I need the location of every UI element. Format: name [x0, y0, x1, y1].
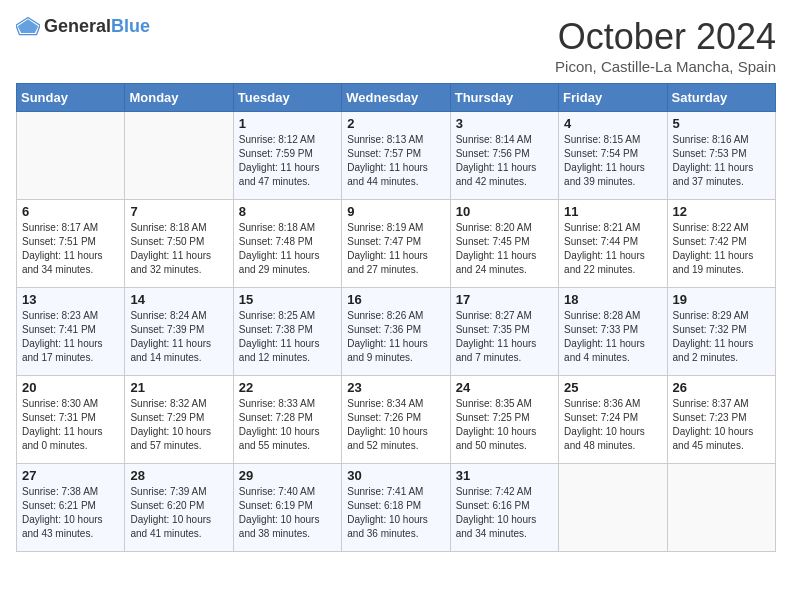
day-number: 12 — [673, 204, 770, 219]
day-number: 24 — [456, 380, 553, 395]
calendar-cell: 27Sunrise: 7:38 AM Sunset: 6:21 PM Dayli… — [17, 464, 125, 552]
day-info: Sunrise: 7:40 AM Sunset: 6:19 PM Dayligh… — [239, 485, 336, 541]
location-title: Picon, Castille-La Mancha, Spain — [555, 58, 776, 75]
header-cell-tuesday: Tuesday — [233, 84, 341, 112]
logo-blue: Blue — [111, 16, 150, 36]
calendar-cell: 19Sunrise: 8:29 AM Sunset: 7:32 PM Dayli… — [667, 288, 775, 376]
title-block: October 2024 Picon, Castille-La Mancha, … — [555, 16, 776, 75]
day-info: Sunrise: 7:39 AM Sunset: 6:20 PM Dayligh… — [130, 485, 227, 541]
day-info: Sunrise: 7:41 AM Sunset: 6:18 PM Dayligh… — [347, 485, 444, 541]
day-number: 1 — [239, 116, 336, 131]
day-info: Sunrise: 8:18 AM Sunset: 7:48 PM Dayligh… — [239, 221, 336, 277]
day-number: 27 — [22, 468, 119, 483]
calendar-cell: 18Sunrise: 8:28 AM Sunset: 7:33 PM Dayli… — [559, 288, 667, 376]
calendar-cell: 17Sunrise: 8:27 AM Sunset: 7:35 PM Dayli… — [450, 288, 558, 376]
day-number: 25 — [564, 380, 661, 395]
calendar-cell: 7Sunrise: 8:18 AM Sunset: 7:50 PM Daylig… — [125, 200, 233, 288]
header-cell-wednesday: Wednesday — [342, 84, 450, 112]
day-number: 8 — [239, 204, 336, 219]
month-title: October 2024 — [555, 16, 776, 58]
calendar-cell: 22Sunrise: 8:33 AM Sunset: 7:28 PM Dayli… — [233, 376, 341, 464]
calendar-cell: 28Sunrise: 7:39 AM Sunset: 6:20 PM Dayli… — [125, 464, 233, 552]
day-info: Sunrise: 8:19 AM Sunset: 7:47 PM Dayligh… — [347, 221, 444, 277]
calendar-cell — [559, 464, 667, 552]
calendar-table: SundayMondayTuesdayWednesdayThursdayFrid… — [16, 83, 776, 552]
calendar-cell: 23Sunrise: 8:34 AM Sunset: 7:26 PM Dayli… — [342, 376, 450, 464]
week-row-4: 20Sunrise: 8:30 AM Sunset: 7:31 PM Dayli… — [17, 376, 776, 464]
calendar-cell — [667, 464, 775, 552]
calendar-cell: 6Sunrise: 8:17 AM Sunset: 7:51 PM Daylig… — [17, 200, 125, 288]
day-info: Sunrise: 8:37 AM Sunset: 7:23 PM Dayligh… — [673, 397, 770, 453]
day-number: 11 — [564, 204, 661, 219]
week-row-5: 27Sunrise: 7:38 AM Sunset: 6:21 PM Dayli… — [17, 464, 776, 552]
calendar-cell: 24Sunrise: 8:35 AM Sunset: 7:25 PM Dayli… — [450, 376, 558, 464]
header-cell-thursday: Thursday — [450, 84, 558, 112]
week-row-2: 6Sunrise: 8:17 AM Sunset: 7:51 PM Daylig… — [17, 200, 776, 288]
header-cell-friday: Friday — [559, 84, 667, 112]
day-number: 15 — [239, 292, 336, 307]
day-info: Sunrise: 8:28 AM Sunset: 7:33 PM Dayligh… — [564, 309, 661, 365]
day-number: 30 — [347, 468, 444, 483]
day-number: 5 — [673, 116, 770, 131]
day-number: 6 — [22, 204, 119, 219]
day-info: Sunrise: 8:22 AM Sunset: 7:42 PM Dayligh… — [673, 221, 770, 277]
day-info: Sunrise: 8:13 AM Sunset: 7:57 PM Dayligh… — [347, 133, 444, 189]
calendar-cell: 25Sunrise: 8:36 AM Sunset: 7:24 PM Dayli… — [559, 376, 667, 464]
logo-text: GeneralBlue — [44, 16, 150, 37]
day-info: Sunrise: 8:15 AM Sunset: 7:54 PM Dayligh… — [564, 133, 661, 189]
calendar-cell: 20Sunrise: 8:30 AM Sunset: 7:31 PM Dayli… — [17, 376, 125, 464]
day-info: Sunrise: 8:12 AM Sunset: 7:59 PM Dayligh… — [239, 133, 336, 189]
calendar-cell: 2Sunrise: 8:13 AM Sunset: 7:57 PM Daylig… — [342, 112, 450, 200]
calendar-header: SundayMondayTuesdayWednesdayThursdayFrid… — [17, 84, 776, 112]
calendar-cell: 29Sunrise: 7:40 AM Sunset: 6:19 PM Dayli… — [233, 464, 341, 552]
day-number: 23 — [347, 380, 444, 395]
day-number: 22 — [239, 380, 336, 395]
day-info: Sunrise: 8:17 AM Sunset: 7:51 PM Dayligh… — [22, 221, 119, 277]
header-cell-saturday: Saturday — [667, 84, 775, 112]
day-number: 16 — [347, 292, 444, 307]
day-number: 3 — [456, 116, 553, 131]
day-info: Sunrise: 8:27 AM Sunset: 7:35 PM Dayligh… — [456, 309, 553, 365]
day-number: 21 — [130, 380, 227, 395]
day-info: Sunrise: 8:18 AM Sunset: 7:50 PM Dayligh… — [130, 221, 227, 277]
day-number: 2 — [347, 116, 444, 131]
day-number: 29 — [239, 468, 336, 483]
day-number: 31 — [456, 468, 553, 483]
day-info: Sunrise: 8:23 AM Sunset: 7:41 PM Dayligh… — [22, 309, 119, 365]
day-info: Sunrise: 8:25 AM Sunset: 7:38 PM Dayligh… — [239, 309, 336, 365]
day-info: Sunrise: 8:20 AM Sunset: 7:45 PM Dayligh… — [456, 221, 553, 277]
day-info: Sunrise: 8:34 AM Sunset: 7:26 PM Dayligh… — [347, 397, 444, 453]
day-number: 7 — [130, 204, 227, 219]
day-info: Sunrise: 8:24 AM Sunset: 7:39 PM Dayligh… — [130, 309, 227, 365]
day-info: Sunrise: 8:16 AM Sunset: 7:53 PM Dayligh… — [673, 133, 770, 189]
calendar-cell: 1Sunrise: 8:12 AM Sunset: 7:59 PM Daylig… — [233, 112, 341, 200]
page-header: GeneralBlue October 2024 Picon, Castille… — [16, 16, 776, 75]
day-number: 18 — [564, 292, 661, 307]
logo: GeneralBlue — [16, 16, 150, 37]
day-info: Sunrise: 8:29 AM Sunset: 7:32 PM Dayligh… — [673, 309, 770, 365]
calendar-cell: 5Sunrise: 8:16 AM Sunset: 7:53 PM Daylig… — [667, 112, 775, 200]
day-info: Sunrise: 8:35 AM Sunset: 7:25 PM Dayligh… — [456, 397, 553, 453]
calendar-cell — [17, 112, 125, 200]
day-info: Sunrise: 8:14 AM Sunset: 7:56 PM Dayligh… — [456, 133, 553, 189]
day-number: 14 — [130, 292, 227, 307]
day-info: Sunrise: 8:33 AM Sunset: 7:28 PM Dayligh… — [239, 397, 336, 453]
calendar-cell: 11Sunrise: 8:21 AM Sunset: 7:44 PM Dayli… — [559, 200, 667, 288]
day-number: 17 — [456, 292, 553, 307]
day-number: 26 — [673, 380, 770, 395]
calendar-cell: 15Sunrise: 8:25 AM Sunset: 7:38 PM Dayli… — [233, 288, 341, 376]
day-info: Sunrise: 7:42 AM Sunset: 6:16 PM Dayligh… — [456, 485, 553, 541]
day-info: Sunrise: 8:21 AM Sunset: 7:44 PM Dayligh… — [564, 221, 661, 277]
calendar-cell: 16Sunrise: 8:26 AM Sunset: 7:36 PM Dayli… — [342, 288, 450, 376]
day-info: Sunrise: 8:36 AM Sunset: 7:24 PM Dayligh… — [564, 397, 661, 453]
calendar-cell: 10Sunrise: 8:20 AM Sunset: 7:45 PM Dayli… — [450, 200, 558, 288]
day-info: Sunrise: 8:30 AM Sunset: 7:31 PM Dayligh… — [22, 397, 119, 453]
day-number: 13 — [22, 292, 119, 307]
calendar-cell — [125, 112, 233, 200]
calendar-cell: 8Sunrise: 8:18 AM Sunset: 7:48 PM Daylig… — [233, 200, 341, 288]
week-row-1: 1Sunrise: 8:12 AM Sunset: 7:59 PM Daylig… — [17, 112, 776, 200]
header-row: SundayMondayTuesdayWednesdayThursdayFrid… — [17, 84, 776, 112]
header-cell-sunday: Sunday — [17, 84, 125, 112]
calendar-cell: 12Sunrise: 8:22 AM Sunset: 7:42 PM Dayli… — [667, 200, 775, 288]
calendar-cell: 31Sunrise: 7:42 AM Sunset: 6:16 PM Dayli… — [450, 464, 558, 552]
